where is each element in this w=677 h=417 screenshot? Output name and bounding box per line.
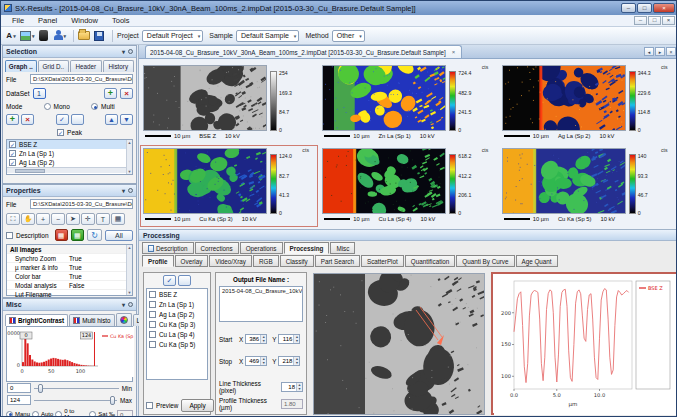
map-image[interactable] — [322, 65, 446, 131]
item-checkbox[interactable] — [149, 301, 156, 308]
property-row[interactable]: Modal analysisFalse — [7, 281, 126, 290]
selection-file-input[interactable]: D:\SXData\2015-03-30_Cu_Brasure\Defau — [30, 74, 133, 84]
map-image[interactable] — [143, 65, 267, 131]
menu-item-file[interactable]: File — [5, 16, 31, 25]
apply-button[interactable]: Apply — [181, 399, 213, 412]
grid-icon[interactable]: ▦ — [111, 213, 125, 225]
profile-source-image[interactable] — [313, 273, 485, 415]
project-select[interactable]: Default Project▾ — [142, 30, 203, 42]
user-tool-icon[interactable]: ▾ — [53, 30, 67, 42]
processing-tab-operations[interactable]: Operations — [240, 242, 283, 254]
text-icon[interactable]: T — [96, 213, 110, 225]
move-up-button[interactable]: ▲ — [105, 114, 118, 125]
map-image[interactable] — [502, 148, 626, 214]
line-thickness-spinner[interactable]: 18▲▼ — [281, 382, 303, 392]
selection-tab-0[interactable]: Graph .. — [5, 60, 37, 72]
export-green-icon[interactable]: ▦ — [71, 229, 84, 241]
dataset-value-button[interactable]: 1 — [33, 88, 46, 99]
sample-select[interactable]: Default Sample▾ — [236, 30, 299, 42]
move-down-button[interactable]: ▼ — [120, 114, 133, 125]
zoom-out-icon[interactable]: − — [51, 213, 65, 225]
marker-icon[interactable]: ✛ — [81, 213, 95, 225]
check-all-button[interactable]: ✓ — [56, 114, 69, 125]
map-tile-2[interactable]: 10 µmAg La (Sp 2)10 kVcts344.3229.6114.8… — [499, 62, 677, 144]
list-item[interactable]: Cu Ka (Sp 3) — [147, 319, 207, 329]
uncheck-all-button[interactable] — [178, 275, 191, 286]
processing-subtab-profile[interactable]: Profile — [142, 255, 174, 267]
close-button[interactable]: × — [653, 3, 675, 13]
delete-signal-icon[interactable]: × — [21, 114, 34, 125]
font-tool-icon[interactable]: A▾ — [5, 30, 17, 42]
processing-subtab-part-search[interactable]: Part Search — [315, 255, 360, 267]
tab-scroll-right[interactable]: ▸ — [655, 47, 665, 56]
display-mode-radio-0[interactable] — [6, 411, 13, 417]
map-tile-1[interactable]: 10 µmZn La (Sp 1)10 kVcts724.4482.9241.5… — [319, 62, 497, 144]
image-tool-icon[interactable]: ▾ — [20, 30, 35, 42]
tab-close-icon[interactable]: × — [450, 48, 458, 56]
list-item[interactable]: ✓Zn La (Sp 1) — [7, 149, 126, 158]
all-button[interactable]: All — [105, 230, 133, 241]
mdi-minimize-button[interactable]: – — [634, 16, 647, 25]
item-checkbox[interactable] — [149, 291, 156, 298]
selection-tab-1[interactable]: Grid D.. — [38, 60, 70, 72]
max-input[interactable]: 124 — [7, 395, 31, 405]
item-checkbox[interactable]: ✓ — [9, 159, 16, 166]
item-checkbox[interactable] — [149, 331, 156, 338]
add-signal-icon[interactable]: + — [6, 114, 19, 125]
property-row[interactable]: µ marker & infoTrue — [7, 263, 126, 272]
chevron-down-icon[interactable]: ▾ — [122, 187, 125, 194]
save-icon[interactable] — [93, 30, 105, 42]
list-item[interactable]: Zn La (Sp 1) — [147, 299, 207, 309]
tab-scroll-left[interactable]: ◂ — [644, 47, 654, 56]
processing-panel-header[interactable]: Processing — [139, 230, 677, 241]
list-item[interactable]: ✓Ag La (Sp 2) — [7, 158, 126, 167]
processing-subtab-overlay[interactable]: Overlay — [175, 255, 209, 267]
list-item[interactable]: ✓BSE Z — [7, 140, 126, 149]
maximize-button[interactable]: □ — [637, 3, 652, 13]
processing-tab-corrections[interactable]: Corrections — [195, 242, 239, 254]
description-checkbox[interactable] — [6, 232, 13, 239]
snapshot-red-icon[interactable]: ▦ — [55, 229, 68, 241]
property-row[interactable]: Color barTrue — [7, 272, 126, 281]
horizontal-scrollbar[interactable] — [7, 167, 126, 173]
refresh-icon[interactable]: ↻ — [87, 229, 102, 241]
min-input[interactable]: 0 — [7, 383, 31, 393]
zoom-in-icon[interactable]: + — [36, 213, 50, 225]
pin-icon[interactable] — [128, 302, 133, 307]
map-image[interactable] — [143, 148, 267, 214]
cursor-icon[interactable]: ➤ — [66, 213, 80, 225]
property-group-row[interactable]: All Images — [7, 245, 126, 254]
display-mode-radio-1[interactable] — [32, 411, 39, 417]
database-tool-icon[interactable] — [38, 30, 50, 42]
min-slider[interactable] — [34, 384, 119, 393]
item-checkbox[interactable]: ✓ — [9, 150, 16, 157]
spinner-arrows[interactable]: ▲▼ — [293, 335, 299, 343]
output-file-input[interactable]: 2015-04-08_Cu_Brasure_10kV — [219, 286, 303, 322]
pan-icon[interactable]: ✋ — [21, 213, 35, 225]
processing-subtab-classify[interactable]: Classify — [280, 255, 314, 267]
map-tile-3[interactable]: 10 µmCu Ka (Sp 3)10 kVcts124.082.741.30 — [140, 145, 318, 227]
spinner-arrows[interactable]: ▲▼ — [296, 383, 302, 391]
menu-item-tools[interactable]: Tools — [105, 16, 137, 25]
mdi-restore-button[interactable]: □ — [648, 16, 661, 25]
stop-y-spinner[interactable]: 218▲▼ — [278, 356, 300, 366]
properties-file-input[interactable]: D:\SXData\2015-03-30_Cu_Brasure\Defa — [30, 199, 133, 209]
processing-subtab-quantification[interactable]: Quantification — [405, 255, 456, 267]
delete-dataset-icon[interactable]: × — [120, 88, 133, 99]
mode-radio-mono[interactable] — [44, 103, 51, 110]
item-checkbox[interactable] — [149, 311, 156, 318]
processing-subtab-scatterplot[interactable]: ScatterPlot — [361, 255, 404, 267]
map-image[interactable] — [322, 148, 446, 214]
peak-checkbox[interactable]: ✓ — [57, 129, 64, 136]
processing-subtab-age-quant[interactable]: Age Quant — [516, 255, 558, 267]
tab-color-lut[interactable] — [116, 313, 132, 326]
spinner-arrows[interactable]: ▲▼ — [260, 335, 266, 343]
vertical-scrollbar[interactable] — [126, 245, 132, 295]
processing-subtab-quanti-by-curve[interactable]: Quanti By Curve — [456, 255, 514, 267]
tab-multi-histo[interactable]: Multi histo — [69, 314, 114, 326]
stop-x-spinner[interactable]: 469▲▼ — [245, 356, 267, 366]
preview-checkbox[interactable] — [146, 402, 153, 409]
list-item[interactable]: Cu Ka (Sp 5) — [147, 339, 207, 349]
mdi-close-button[interactable]: × — [662, 16, 675, 25]
chevron-down-icon[interactable]: ▾ — [122, 301, 125, 308]
